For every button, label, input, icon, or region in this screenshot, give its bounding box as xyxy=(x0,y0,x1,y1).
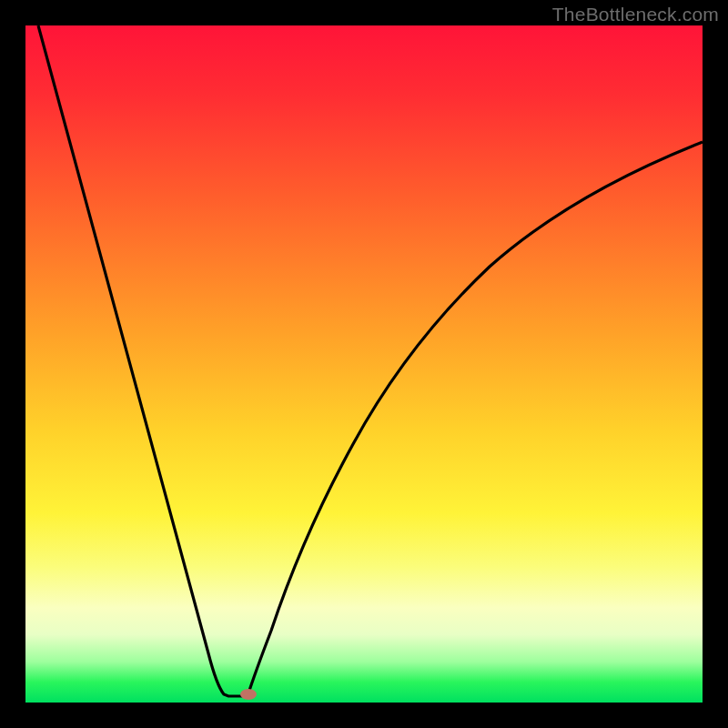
watermark-text: TheBottleneck.com xyxy=(552,4,719,25)
chart-frame: TheBottleneck.com xyxy=(0,0,728,728)
optimal-point-marker xyxy=(240,689,257,700)
plot-area xyxy=(25,25,703,703)
bottleneck-curve xyxy=(25,25,703,703)
curve-right-branch xyxy=(248,142,703,696)
curve-left-branch xyxy=(38,25,248,696)
